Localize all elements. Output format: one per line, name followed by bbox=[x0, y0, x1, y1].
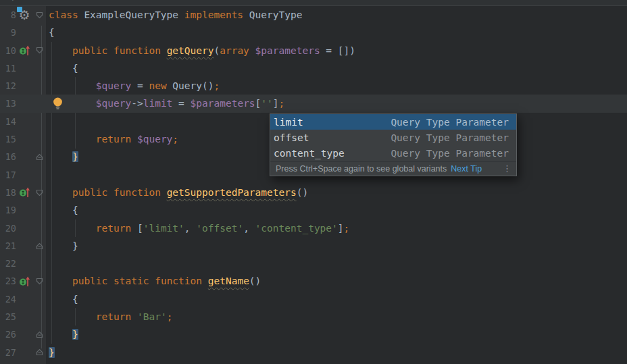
implements-icon[interactable] bbox=[16, 42, 32, 59]
code-text: } bbox=[46, 344, 627, 361]
editor-window: 78⚙class ExampleQueryType implements Que… bbox=[0, 0, 627, 364]
line-number[interactable]: 19 bbox=[0, 201, 16, 219]
code-token: [ bbox=[131, 223, 143, 234]
fold-open-marker[interactable] bbox=[32, 184, 46, 201]
code-token: { bbox=[49, 205, 78, 215]
gutter-icon-slot bbox=[16, 24, 32, 41]
line-number[interactable]: 16 bbox=[0, 148, 16, 165]
code-line[interactable]: 23 public static function getName() bbox=[0, 272, 627, 290]
line-number[interactable]: 11 bbox=[0, 59, 16, 77]
code-line[interactable]: 13 $query->limit = $parameters['']; bbox=[0, 95, 627, 112]
line-number[interactable]: 17 bbox=[0, 166, 16, 184]
line-number[interactable]: 24 bbox=[0, 290, 16, 308]
completion-item-type: Query Type Parameter bbox=[391, 148, 509, 159]
code-line[interactable]: 27} bbox=[0, 344, 627, 361]
code-line[interactable]: 25 return 'Bar'; bbox=[0, 308, 627, 326]
code-line[interactable]: 20 return ['limit', 'offset', 'content_t… bbox=[0, 219, 627, 237]
fold-slot bbox=[32, 77, 46, 95]
code-line[interactable]: 12 $query = new Query(); bbox=[0, 77, 627, 95]
code-line[interactable]: 19 { bbox=[0, 201, 627, 219]
fold-slot bbox=[32, 130, 46, 148]
implements-icon[interactable] bbox=[16, 272, 32, 290]
code-line[interactable]: 7 bbox=[0, 0, 627, 6]
code-token: , bbox=[184, 223, 196, 234]
gutter-icon-slot bbox=[16, 326, 32, 343]
code-token: = bbox=[172, 98, 190, 109]
fold-end-marker[interactable] bbox=[32, 326, 46, 343]
code-token: } bbox=[49, 347, 55, 358]
line-number[interactable]: 9 bbox=[0, 24, 16, 41]
code-line[interactable]: 9{ bbox=[0, 24, 627, 41]
line-number[interactable]: 23 bbox=[0, 272, 16, 290]
line-number[interactable]: 13 bbox=[0, 95, 16, 112]
fold-slot bbox=[32, 24, 46, 41]
code-token: -> bbox=[131, 98, 143, 109]
code-token bbox=[149, 276, 155, 286]
completion-hint: Press Ctrl+Space again to see global var… bbox=[276, 164, 447, 174]
code-line[interactable]: 21 } bbox=[0, 237, 627, 255]
code-token bbox=[49, 311, 96, 322]
code-token bbox=[49, 276, 72, 286]
fold-slot bbox=[32, 255, 46, 272]
code-token bbox=[49, 223, 96, 234]
code-token: function bbox=[114, 45, 161, 56]
gear-icon[interactable]: ⚙ bbox=[16, 6, 32, 24]
code-text: } bbox=[46, 326, 627, 343]
line-number[interactable]: 12 bbox=[0, 77, 16, 95]
completion-item[interactable]: offsetQuery Type Parameter bbox=[270, 130, 516, 145]
code-line[interactable]: 26 } bbox=[0, 326, 627, 343]
gutter-icon-slot bbox=[16, 148, 32, 165]
next-tip-link[interactable]: Next Tip bbox=[451, 164, 482, 174]
code-token: } bbox=[49, 240, 78, 251]
line-number[interactable]: 8 bbox=[0, 6, 16, 24]
fold-open-marker[interactable] bbox=[32, 6, 46, 24]
code-token: () bbox=[249, 276, 261, 286]
code-token: $parameters bbox=[255, 45, 320, 56]
code-token: ; bbox=[344, 223, 350, 234]
line-number[interactable]: 14 bbox=[0, 113, 16, 130]
line-number[interactable]: 26 bbox=[0, 326, 16, 343]
fold-end-marker[interactable] bbox=[32, 148, 46, 165]
gutter-icon-slot bbox=[16, 59, 32, 77]
line-number[interactable]: 22 bbox=[0, 255, 16, 272]
code-line[interactable]: 8⚙class ExampleQueryType implements Quer… bbox=[0, 6, 627, 24]
code-token: implements bbox=[184, 9, 243, 20]
line-number[interactable]: 15 bbox=[0, 130, 16, 148]
code-token: public bbox=[72, 187, 107, 198]
line-number[interactable]: 27 bbox=[0, 344, 16, 361]
fold-open-marker[interactable] bbox=[32, 42, 46, 59]
completion-item-label: offset bbox=[274, 132, 309, 143]
line-number[interactable]: 21 bbox=[0, 237, 16, 255]
code-token: ( bbox=[214, 45, 220, 56]
implements-icon[interactable] bbox=[16, 184, 32, 201]
fold-slot bbox=[32, 95, 46, 112]
line-number[interactable]: 20 bbox=[0, 219, 16, 237]
gutter-icon-slot bbox=[16, 77, 32, 95]
code-text bbox=[46, 255, 627, 272]
code-token: 'content_type' bbox=[255, 223, 338, 234]
code-token bbox=[49, 80, 96, 91]
completion-item[interactable]: content_typeQuery Type Parameter bbox=[270, 146, 516, 161]
completion-item[interactable]: limitQuery Type Parameter bbox=[270, 114, 516, 130]
code-text: { bbox=[46, 201, 627, 219]
fold-end-marker[interactable] bbox=[32, 344, 46, 361]
code-text: return 'Bar'; bbox=[46, 308, 627, 326]
gutter-icon-slot bbox=[16, 290, 32, 308]
line-number[interactable]: 18 bbox=[0, 184, 16, 201]
line-number[interactable]: 25 bbox=[0, 308, 16, 326]
bulb-icon[interactable] bbox=[52, 97, 64, 115]
fold-end-marker[interactable] bbox=[32, 237, 46, 255]
fold-slot bbox=[32, 0, 46, 5]
code-line[interactable]: 10 public function getQuery(array $param… bbox=[0, 42, 627, 59]
code-token: } bbox=[72, 329, 78, 340]
line-number[interactable]: 7 bbox=[0, 0, 16, 5]
code-line[interactable]: 22 bbox=[0, 255, 627, 272]
code-line[interactable]: 24 { bbox=[0, 290, 627, 308]
line-number[interactable]: 10 bbox=[0, 42, 16, 59]
code-token: ] bbox=[338, 223, 344, 234]
more-options-icon[interactable]: ⋮ bbox=[503, 163, 511, 174]
gutter-icon-slot bbox=[16, 219, 32, 237]
code-line[interactable]: 11 { bbox=[0, 59, 627, 77]
fold-open-marker[interactable] bbox=[32, 272, 46, 290]
code-line[interactable]: 18 public function getSupportedParameter… bbox=[0, 184, 627, 201]
